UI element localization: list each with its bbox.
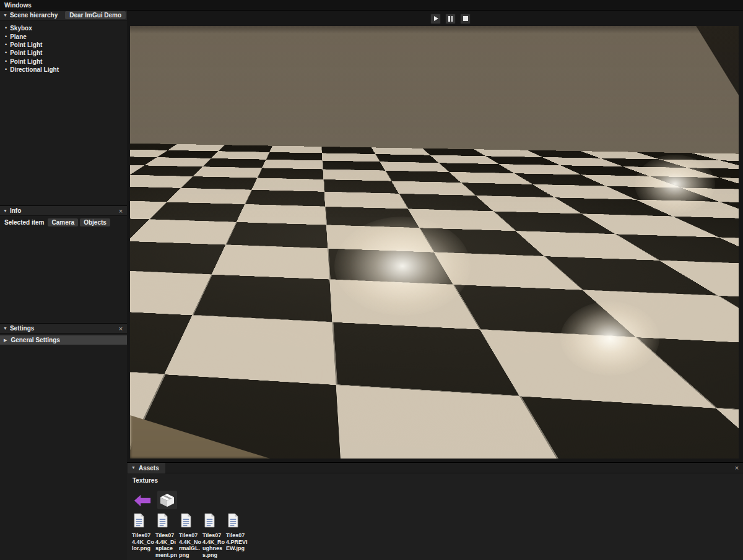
scene-hierarchy-titlebar: ▼ Scene hierarchy Dear ImGui Demo ×	[0, 11, 127, 20]
bullet-icon: •	[5, 58, 7, 66]
hierarchy-item-label: Point Light	[10, 41, 42, 49]
info-titlebar: ▼ Info ×	[0, 206, 127, 216]
assets-title: Assets	[139, 465, 159, 472]
hierarchy-item-label: Skybox	[10, 24, 32, 32]
stop-icon	[463, 16, 468, 21]
scene-hierarchy-title[interactable]: Scene hierarchy	[10, 12, 58, 19]
file-name-label: Tiles074.4K_Color.png	[132, 532, 154, 552]
play-button[interactable]	[430, 14, 441, 24]
close-icon[interactable]: ×	[733, 463, 741, 472]
tab-selected-item[interactable]: Selected item	[4, 218, 46, 226]
package-asset-button[interactable]	[157, 491, 177, 509]
hierarchy-item-label: Point Light	[10, 49, 42, 57]
collapse-arrow-icon[interactable]: ▼	[3, 324, 7, 334]
file-name-label: Tiles074.4K_NormalGL.png	[179, 532, 201, 558]
file-icon	[157, 513, 168, 528]
tab-dear-imgui-demo[interactable]: Dear ImGui Demo	[65, 11, 126, 19]
collapse-arrow-icon: ▼	[131, 463, 136, 473]
file-icon	[204, 513, 215, 528]
info-panel: ▼ Info × Selected item Camera Objects	[0, 206, 127, 324]
hierarchy-item-point-light-1[interactable]: • Point Light	[5, 41, 127, 49]
editor-window: Windows ▼ Scene hierarchy Dear ImGui Dem…	[0, 0, 743, 560]
close-icon[interactable]: ×	[117, 207, 124, 215]
collapse-arrow-icon[interactable]: ▼	[3, 206, 7, 216]
file-name-label: Tiles074.PREVIEW.jpg	[226, 532, 248, 552]
hierarchy-item-directional-light[interactable]: • Directional Light	[5, 66, 127, 74]
asset-file-list: Tiles074.4K_Color.png Tiles074.4K_Displa…	[132, 513, 743, 560]
asset-file-normal[interactable]: Tiles074.4K_NormalGL.png	[179, 513, 202, 560]
assets-titlebar: ▼ Assets ×	[127, 463, 743, 473]
file-icon	[133, 513, 145, 528]
asset-file-color[interactable]: Tiles074.4K_Color.png	[132, 513, 155, 560]
info-title[interactable]: Info	[10, 207, 21, 214]
info-tab-bar: Selected item Camera Objects	[0, 216, 127, 226]
asset-file-preview[interactable]: Tiles074.PREVIEW.jpg	[226, 513, 250, 560]
assets-section-label: Textures	[133, 477, 743, 484]
scene-hierarchy-panel: ▼ Scene hierarchy Dear ImGui Demo × • Sk…	[0, 11, 127, 206]
hierarchy-item-point-light-2[interactable]: • Point Light	[5, 49, 127, 57]
close-icon[interactable]: ×	[117, 324, 124, 333]
asset-file-roughness[interactable]: Tiles074.4K_Roughness.png	[202, 513, 226, 560]
pause-icon	[448, 16, 453, 22]
file-icon	[227, 513, 239, 528]
asset-file-displacement[interactable]: Tiles074.4K_Displacement.png	[155, 513, 179, 560]
stop-button[interactable]	[460, 14, 471, 24]
hierarchy-item-point-light-3[interactable]: • Point Light	[5, 58, 127, 66]
scene-hierarchy-list: • Skybox • Plane • Point Light • Point L…	[0, 20, 127, 74]
hierarchy-item-plane[interactable]: • Plane	[5, 32, 127, 40]
file-icon	[180, 513, 192, 528]
assets-title-tab[interactable]: ▼ Assets	[128, 463, 165, 473]
back-arrow-icon	[133, 493, 152, 508]
bullet-icon: •	[5, 41, 7, 49]
menu-bar: Windows	[0, 0, 743, 11]
assets-panel: ▼ Assets × Textures	[127, 462, 743, 560]
settings-panel: ▼ Settings × ▶ General Settings	[0, 324, 127, 560]
back-arrow-button[interactable]	[133, 492, 152, 509]
assets-body: Textures	[127, 473, 743, 560]
bullet-icon: •	[5, 66, 7, 74]
settings-title[interactable]: Settings	[10, 325, 34, 332]
collapse-arrow-icon[interactable]: ▼	[3, 11, 7, 20]
general-settings-header[interactable]: ▶ General Settings	[0, 335, 127, 345]
tab-objects[interactable]: Objects	[80, 218, 110, 226]
pause-button[interactable]	[445, 14, 456, 24]
package-icon	[160, 493, 175, 507]
hierarchy-item-label: Point Light	[10, 58, 42, 66]
hierarchy-item-skybox[interactable]: • Skybox	[5, 24, 127, 32]
file-name-label: Tiles074.4K_Displacement.png	[155, 532, 178, 560]
bullet-icon: •	[5, 24, 7, 32]
bullet-icon: •	[5, 33, 7, 41]
general-settings-label: General Settings	[11, 337, 59, 343]
hierarchy-item-label: Directional Light	[10, 66, 59, 74]
left-dock-column: ▼ Scene hierarchy Dear ImGui Demo × • Sk…	[0, 11, 127, 560]
tab-camera[interactable]: Camera	[48, 218, 78, 226]
bullet-icon: •	[5, 49, 7, 57]
expand-arrow-icon: ▶	[4, 338, 7, 343]
assets-toolbar	[133, 489, 743, 509]
play-icon	[434, 16, 438, 21]
viewport-panel	[127, 11, 743, 462]
file-name-label: Tiles074.4K_Roughness.png	[202, 532, 225, 558]
scene-tint-overlay	[130, 26, 739, 459]
settings-titlebar: ▼ Settings ×	[0, 324, 127, 334]
menu-item-windows[interactable]: Windows	[4, 2, 32, 9]
playback-toolbar	[127, 12, 743, 25]
hierarchy-item-label: Plane	[10, 33, 27, 41]
scene-3d-viewport[interactable]	[130, 26, 739, 459]
